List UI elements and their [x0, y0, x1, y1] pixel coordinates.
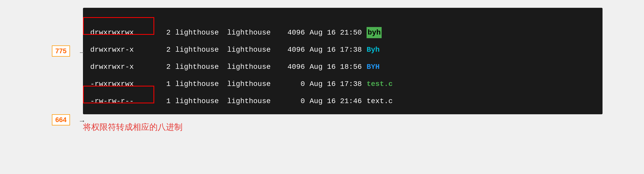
label-664: 664	[52, 114, 70, 125]
terminal-block: ------ drwxrwxrwx 2 lighthouse lighthous…	[83, 8, 603, 114]
table-row: -rw-rw-r-- 1 lighthouse lighthouse 0 Aug…	[90, 92, 595, 110]
link-count: 2	[160, 61, 171, 72]
owner-name: lighthouse	[175, 27, 227, 38]
filename: Byh	[367, 44, 380, 55]
file-date: Aug 16 18:56	[310, 61, 367, 72]
filename: text.c	[367, 96, 393, 107]
permission-bits: drwxrwxr-x	[90, 61, 160, 72]
file-date: Aug 16 17:38	[310, 78, 367, 90]
permission-bits: drwxrwxrwx	[90, 27, 160, 38]
arrow-664: →	[78, 117, 86, 125]
caption-text: 将权限符转成相应的八进制	[83, 122, 603, 133]
terminal-partial-row: ------	[90, 12, 595, 23]
table-row: -rwxrwxrwx 1 lighthouse lighthouse 0 Aug…	[90, 75, 595, 92]
owner-name: lighthouse	[175, 44, 227, 55]
link-count: 1	[160, 96, 171, 107]
group-name: lighthouse	[227, 27, 284, 38]
permission-bits: -rw-rw-r--	[90, 96, 160, 107]
filename: BYH	[367, 61, 380, 72]
group-name: lighthouse	[227, 61, 284, 72]
file-size: 4096	[284, 44, 305, 55]
group-name: lighthouse	[227, 78, 284, 90]
link-count: 1	[160, 78, 171, 90]
table-row: drwxrwxrwx 2 lighthouse lighthouse 4096 …	[90, 24, 595, 41]
owner-name: lighthouse	[175, 78, 227, 90]
table-row: drwxrwxr-x 2 lighthouse lighthouse 4096 …	[90, 41, 595, 58]
table-row: drwxrwxr-x 2 lighthouse lighthouse 4096 …	[90, 58, 595, 75]
owner-name: lighthouse	[175, 61, 227, 72]
label-775: 775	[52, 45, 70, 57]
owner-name: lighthouse	[175, 96, 227, 107]
file-size: 4096	[284, 61, 305, 72]
file-date: Aug 16 17:38	[310, 44, 367, 55]
permission-bits: drwxrwxr-x	[90, 44, 160, 55]
link-count: 2	[160, 44, 171, 55]
file-size: 0	[284, 96, 305, 107]
permission-bits: -rwxrwxrwx	[90, 78, 160, 90]
file-date: Aug 16 21:46	[310, 96, 367, 107]
link-count: 2	[160, 27, 171, 38]
group-name: lighthouse	[227, 96, 284, 107]
group-name: lighthouse	[227, 44, 284, 55]
arrow-775: →	[78, 48, 86, 57]
file-date: Aug 16 21:50	[310, 27, 367, 38]
file-size: 0	[284, 78, 305, 90]
filename: test.c	[367, 78, 393, 90]
filename: byh	[367, 27, 382, 38]
file-size: 4096	[284, 27, 305, 38]
